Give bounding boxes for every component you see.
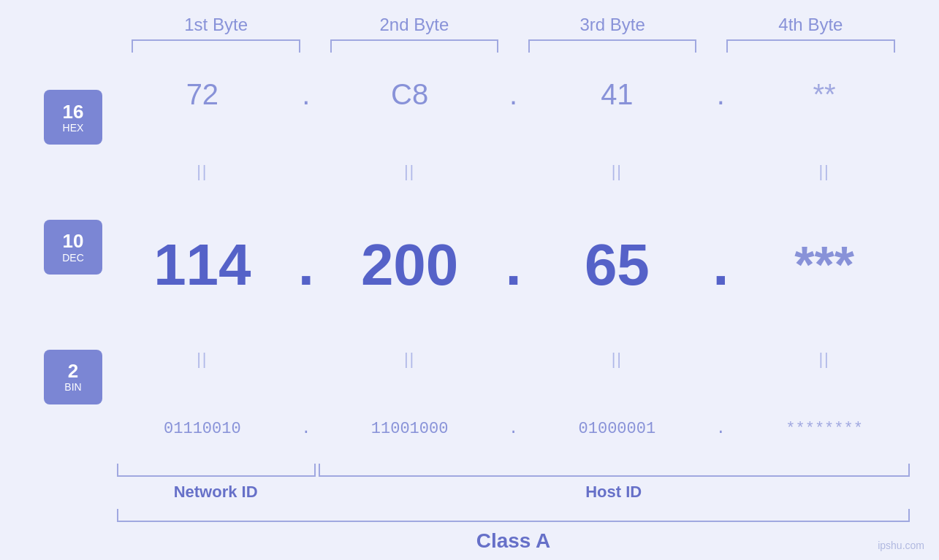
badge-column: 16 HEX 10 DEC 2 BIN — [29, 53, 117, 464]
hex-badge-label: HEX — [63, 122, 84, 134]
class-label: Class A — [476, 529, 551, 552]
eq1-1: || — [117, 162, 288, 181]
dec-val-1: 114 — [117, 231, 288, 299]
bin-badge: 2 BIN — [44, 350, 102, 404]
bin-badge-number: 2 — [68, 361, 78, 382]
dec-badge-number: 10 — [63, 231, 84, 252]
bin-val-3: 01000001 — [532, 420, 703, 438]
byte-4-label: 4th Byte — [778, 15, 843, 35]
hex-badge-number: 16 — [63, 101, 84, 123]
watermark: ipshu.com — [878, 540, 924, 551]
dec-dot-3: . — [702, 231, 739, 299]
bin-val-4: ******** — [739, 420, 910, 438]
bin-dot-2: . — [495, 420, 532, 438]
dec-dot-2: . — [495, 231, 532, 299]
dec-val-3: 65 — [532, 231, 703, 299]
eq2-4: || — [739, 350, 910, 369]
eq2-3: || — [532, 350, 703, 369]
host-id-label-container: Host ID — [317, 483, 910, 502]
bin-row: 01110010 . 11001000 . 01000001 . *******… — [117, 420, 910, 438]
hex-badge: 16 HEX — [44, 90, 102, 145]
network-bracket — [117, 464, 316, 477]
dec-dot-1: . — [288, 231, 324, 299]
bin-val-2: 11001000 — [324, 420, 495, 438]
eq1-4: || — [739, 162, 910, 181]
eq1-2: || — [324, 162, 495, 181]
byte-2-label: 2nd Byte — [380, 15, 449, 35]
hex-dot-2: . — [495, 78, 532, 111]
bin-badge-label: BIN — [64, 381, 81, 393]
eq-row-2: || || || || — [117, 350, 910, 369]
bin-dot-1: . — [288, 420, 324, 438]
dec-badge: 10 DEC — [44, 220, 102, 275]
bottom-section: Network ID Host ID Class A — [117, 464, 910, 553]
byte-col-1: 1st Byte — [117, 15, 315, 53]
main-layout: 1st Byte 2nd Byte 3rd Byte 4th Byte 16 H… — [0, 0, 939, 560]
byte-3-label: 3rd Byte — [579, 15, 645, 35]
host-id-label: Host ID — [585, 483, 642, 501]
byte-col-2: 2nd Byte — [315, 15, 513, 53]
dec-val-4: *** — [739, 236, 910, 294]
byte-1-label: 1st Byte — [184, 15, 248, 35]
hex-val-1: 72 — [117, 78, 288, 111]
eq1-3: || — [532, 162, 703, 181]
hex-dot-3: . — [702, 78, 739, 111]
bin-dot-3: . — [702, 420, 739, 438]
id-labels: Network ID Host ID — [117, 483, 910, 502]
bracket-top-3 — [528, 39, 697, 53]
bracket-top-1 — [132, 39, 300, 53]
header-spacer — [29, 15, 117, 53]
network-id-label-container: Network ID — [117, 483, 314, 502]
hex-val-3: 41 — [532, 78, 703, 111]
eq2-1: || — [117, 350, 288, 369]
bin-val-1: 01110010 — [117, 420, 288, 438]
data-columns: 72 . C8 . 41 . ** || — [117, 53, 910, 464]
byte-col-4: 4th Byte — [712, 15, 910, 53]
dec-badge-label: DEC — [62, 252, 84, 264]
hex-val-2: C8 — [324, 78, 495, 111]
class-label-container: Class A — [117, 529, 910, 553]
byte-headers: 1st Byte 2nd Byte 3rd Byte 4th Byte — [117, 15, 910, 53]
dec-row: 114 . 200 . 65 . *** — [117, 231, 910, 299]
host-bracket — [319, 464, 910, 477]
eq2-2: || — [324, 350, 495, 369]
byte-col-3: 3rd Byte — [514, 15, 712, 53]
hex-dot-1: . — [288, 78, 324, 111]
hex-val-4: ** — [739, 78, 910, 111]
bracket-top-2 — [330, 39, 499, 53]
eq-row-1: || || || || — [117, 162, 910, 181]
id-brackets — [117, 464, 910, 477]
hex-row: 72 . C8 . 41 . ** — [117, 78, 910, 111]
bracket-top-4 — [726, 39, 895, 53]
dec-val-2: 200 — [324, 231, 495, 299]
class-bracket — [117, 509, 910, 522]
network-id-label: Network ID — [174, 483, 258, 501]
